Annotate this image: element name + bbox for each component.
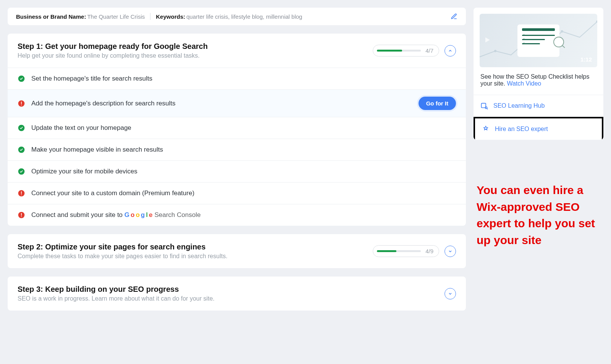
step3-subtitle: SEO is a work in progress. Learn more ab… [18,295,215,302]
task-row[interactable]: Optimize your site for mobile devices [8,161,466,183]
step2-subtitle: Complete these tasks to make your site p… [18,253,228,260]
task-row[interactable]: Connect your site to a custom domain (Pr… [8,183,466,204]
task-label: Set the homepage's title for search resu… [31,75,456,83]
svg-point-15 [561,30,563,32]
task-row[interactable]: Update the text on your homepage [8,117,466,139]
svg-point-13 [494,50,496,52]
step3-header[interactable]: Step 3: Keep building on your SEO progre… [8,277,466,311]
svg-rect-9 [21,194,22,195]
task-row[interactable]: Connect and submit your site to Google S… [8,204,466,226]
annotation-text: You can even hire a Wix-approved SEO exp… [474,182,603,248]
hire-seo-expert-link[interactable]: Hire an SEO expert [474,117,603,140]
brand-label: Business or Brand Name: [16,13,86,20]
check-icon [18,168,25,175]
svg-marker-17 [485,37,490,42]
header-separator [150,13,150,20]
video-thumbnail[interactable]: 1:12 [480,14,597,67]
chevron-down-icon [448,291,453,296]
step2-expand-toggle[interactable] [445,246,456,257]
video-caption: See how the SEO Setup Checklist helps yo… [474,67,603,95]
step3-title: Step 3: Keep building on your SEO progre… [18,285,215,294]
task-row[interactable]: Add the homepage's description for searc… [8,90,466,117]
check-icon [18,124,25,132]
video-duration: 1:12 [580,56,592,63]
task-label-prefix: Connect and submit your site to [31,211,123,218]
step3-expand-toggle[interactable] [445,288,456,299]
step2-header[interactable]: Step 2: Optimize your site pages for sea… [8,234,466,268]
svg-rect-8 [21,191,22,194]
learning-hub-icon [480,102,488,110]
alert-icon [18,189,25,197]
step1-collapse-toggle[interactable] [445,45,456,57]
sidebar-card: 1:12 See how the SEO Setup Checklist hel… [474,8,603,140]
task-label: Make your homepage visible in search res… [31,146,456,154]
task-label: Connect and submit your site to Google S… [31,211,456,219]
task-row[interactable]: Make your homepage visible in search res… [8,139,466,161]
step1-task-list: Set the homepage's title for search resu… [8,68,466,226]
svg-line-20 [487,108,488,110]
seo-header-card: Business or Brand Name: The Quarter Life… [8,8,466,25]
step2-progress-fill [377,250,396,252]
google-logo: Google [124,211,153,219]
keywords-value: quarter life crisis, lifestyle blog, mil… [186,13,302,20]
seo-learning-hub-link[interactable]: SEO Learning Hub [474,95,603,117]
brand-value: The Quarter Life Crisis [87,13,145,20]
svg-rect-11 [21,213,22,216]
svg-rect-3 [21,105,22,105]
checklist-graphic [517,24,559,57]
expert-icon [482,125,490,133]
seo-header-info: Business or Brand Name: The Quarter Life… [16,13,302,20]
step1-subtitle: Help get your site found online by compl… [18,52,208,59]
alert-icon [18,100,25,107]
step1-progress: 4/7 [373,45,439,57]
check-icon [18,75,25,83]
task-label: Update the text on your homepage [31,124,456,132]
edit-icon[interactable] [451,13,457,20]
task-row[interactable]: Set the homepage's title for search resu… [8,68,466,90]
alert-icon [18,211,25,219]
check-icon [18,146,25,154]
go-for-it-button[interactable]: Go for It [419,97,456,110]
gsc-suffix: Search Console [154,211,200,218]
task-label: Add the homepage's description for searc… [31,100,412,107]
step1-header[interactable]: Step 1: Get your homepage ready for Goog… [8,34,466,68]
step2-card: Step 2: Optimize your site pages for sea… [8,234,466,268]
sidebar: 1:12 See how the SEO Setup Checklist hel… [474,8,603,311]
play-icon [483,36,491,45]
step1-title: Step 1: Get your homepage ready for Goog… [18,42,208,51]
chevron-up-icon [448,49,453,53]
step1-card: Step 1: Get your homepage ready for Goog… [8,34,466,226]
task-label: Optimize your site for mobile devices [31,168,456,175]
step1-progress-text: 4/7 [425,47,433,54]
task-label: Connect your site to a custom domain (Pr… [31,189,456,197]
svg-rect-12 [21,216,22,217]
step2-progress-text: 4/9 [425,248,433,254]
keywords-label: Keywords: [156,13,185,20]
svg-rect-2 [21,102,22,104]
watch-video-link[interactable]: Watch Video [507,80,541,87]
step2-progress: 4/9 [373,245,439,257]
step3-card: Step 3: Keep building on your SEO progre… [8,277,466,311]
step1-progress-fill [377,50,402,52]
learning-hub-label: SEO Learning Hub [493,102,545,109]
step2-title: Step 2: Optimize your site pages for sea… [18,243,228,251]
hire-expert-label: Hire an SEO expert [495,126,548,133]
chevron-down-icon [448,249,453,254]
